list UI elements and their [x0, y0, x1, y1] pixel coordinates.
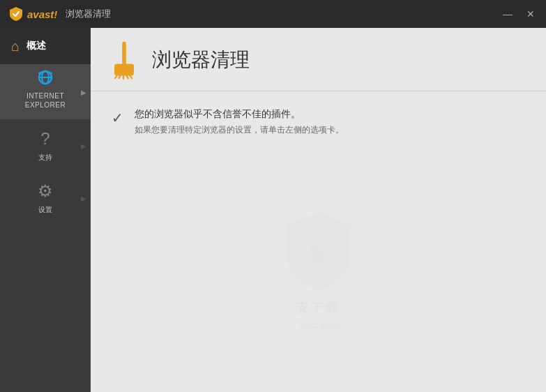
settings-icon: ⚙ — [38, 181, 53, 201]
title-bar: avast! 浏览器清理 — ✕ — [0, 0, 546, 28]
sidebar-item-internet-explorer[interactable]: INTERNET EXPLORER ▶ — [0, 64, 91, 119]
svg-rect-4 — [114, 64, 134, 76]
sidebar-item-overview[interactable]: ⌂ 概述 — [0, 28, 91, 64]
avast-shield-icon — [8, 6, 24, 22]
watermark-cn-text: 安下载 — [296, 299, 340, 316]
support-icon: ? — [40, 129, 50, 149]
svg-text:安: 安 — [306, 241, 330, 266]
watermark-url: anxz.com — [299, 320, 338, 331]
ie-icon — [36, 68, 55, 87]
main-layout: ⌂ 概述 INTERNET EXPLORER ▶ ? 支持 ▶ — [0, 28, 546, 392]
svg-rect-3 — [122, 42, 126, 66]
sidebar-item-support[interactable]: ? 支持 ▶ — [0, 119, 91, 172]
avast-logo-text: avast! — [27, 8, 57, 20]
content-header: 浏览器清理 — [91, 28, 546, 91]
svg-line-8 — [127, 75, 128, 78]
title-bar-title: 浏览器清理 — [66, 8, 111, 20]
sidebar-support-label: 支持 — [38, 153, 53, 162]
sidebar-settings-arrow: ▶ — [81, 194, 86, 202]
close-button[interactable]: ✕ — [524, 8, 538, 20]
content-area: 浏览器清理 ✓ 您的浏览器似乎不含信誉不佳的插件。 如果您要清理特定浏览器的设置… — [91, 28, 546, 392]
watermark-area: 安 安下载 anxz.com — [91, 147, 546, 392]
sidebar: ⌂ 概述 INTERNET EXPLORER ▶ ? 支持 ▶ — [0, 28, 91, 392]
svg-line-6 — [119, 75, 121, 78]
sidebar-overview-label: 概述 — [26, 40, 46, 52]
svg-line-9 — [130, 75, 132, 78]
avast-logo: avast! — [8, 6, 57, 22]
sidebar-item-settings[interactable]: ⚙ 设置 ▶ — [0, 172, 91, 224]
sidebar-support-arrow: ▶ — [81, 142, 86, 149]
sidebar-settings-label: 设置 — [38, 205, 53, 214]
home-icon: ⌂ — [11, 38, 20, 54]
svg-line-5 — [115, 75, 117, 78]
minimize-button[interactable]: — — [500, 8, 515, 20]
watermark-shield: 安 安下载 anxz.com — [280, 209, 357, 331]
sidebar-ie-label: INTERNET EXPLORER — [25, 91, 66, 110]
status-section: ✓ 您的浏览器似乎不含信誉不佳的插件。 如果您要清理特定浏览器的设置，请单击左侧… — [91, 91, 546, 147]
status-sub-text: 如果您要清理特定浏览器的设置，请单击左侧的选项卡。 — [135, 124, 344, 136]
status-main-text: 您的浏览器似乎不含信誉不佳的插件。 — [135, 108, 344, 121]
sidebar-ie-arrow: ▶ — [81, 89, 86, 96]
checkmark-icon: ✓ — [112, 110, 123, 126]
title-bar-controls: — ✕ — [500, 8, 538, 20]
title-bar-left: avast! 浏览器清理 — [8, 6, 111, 22]
broom-icon — [107, 40, 141, 80]
page-title: 浏览器清理 — [152, 47, 250, 73]
status-text-block: 您的浏览器似乎不含信誉不佳的插件。 如果您要清理特定浏览器的设置，请单击左侧的选… — [135, 108, 344, 136]
